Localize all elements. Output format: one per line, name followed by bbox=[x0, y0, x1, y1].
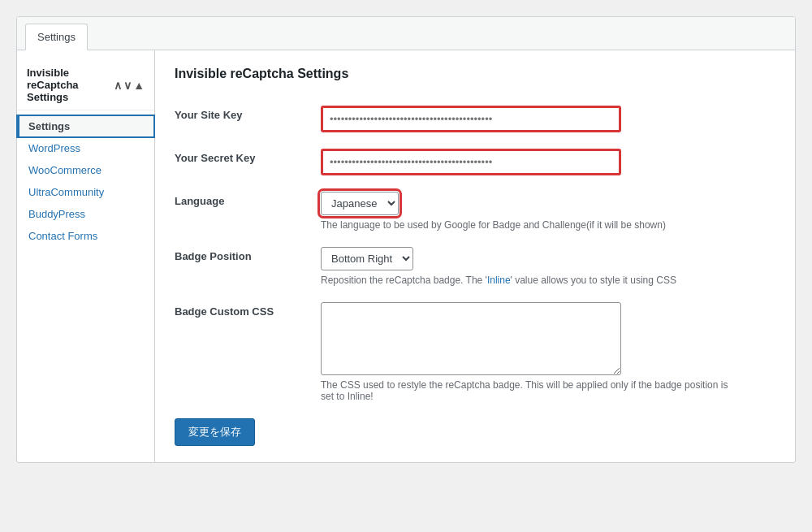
language-description: The language to be used by Google for Ba… bbox=[321, 219, 775, 231]
badge-position-select[interactable]: Bottom Right Bottom Left Inline bbox=[321, 247, 413, 270]
sidebar-item-settings[interactable]: Settings bbox=[17, 115, 154, 137]
site-key-input[interactable] bbox=[321, 106, 621, 132]
cell-secret-key bbox=[321, 141, 775, 184]
label-badge-position: Badge Position bbox=[175, 239, 321, 294]
sidebar-link-wordpress[interactable]: WordPress bbox=[17, 137, 154, 159]
sidebar-title: Invisible reCaptcha Settings bbox=[27, 67, 114, 103]
content-area: Invisible reCaptcha Settings ∧ ∨ ▲ Setti… bbox=[17, 50, 795, 462]
panel-title: Invisible reCaptcha Settings bbox=[175, 67, 775, 81]
main-container: Settings Invisible reCaptcha Settings ∧ … bbox=[16, 16, 796, 463]
sidebar-nav: Settings WordPress WooCommerce UltraComm… bbox=[17, 115, 154, 247]
row-badge-css: Badge Custom CSS The CSS used to restyle… bbox=[175, 294, 775, 410]
sidebar: Invisible reCaptcha Settings ∧ ∨ ▲ Setti… bbox=[17, 50, 155, 462]
sidebar-item-buddypress[interactable]: BuddyPress bbox=[17, 203, 154, 225]
sidebar-link-settings[interactable]: Settings bbox=[17, 115, 154, 137]
row-badge-position: Badge Position Bottom Right Bottom Left … bbox=[175, 239, 775, 294]
sidebar-item-ultracommunity[interactable]: UltraCommunity bbox=[17, 181, 154, 203]
sidebar-item-woocommerce[interactable]: WooCommerce bbox=[17, 159, 154, 181]
label-secret-key: Your Secret Key bbox=[175, 141, 321, 184]
main-panel: Invisible reCaptcha Settings Your Site K… bbox=[155, 50, 795, 462]
badge-css-description: The CSS used to restyle the reCaptcha ba… bbox=[321, 379, 775, 402]
tab-bar: Settings bbox=[17, 17, 795, 50]
sidebar-link-contact-forms[interactable]: Contact Forms bbox=[17, 225, 154, 247]
cell-badge-position: Bottom Right Bottom Left Inline Repositi… bbox=[321, 239, 775, 294]
badge-css-textarea[interactable] bbox=[321, 302, 621, 375]
form-table: Your Site Key Your Secret Key Language bbox=[175, 97, 775, 410]
collapse-icon[interactable]: ▲ bbox=[133, 79, 145, 92]
cell-site-key bbox=[321, 97, 775, 141]
collapse-up-icon[interactable]: ∧ bbox=[114, 79, 122, 92]
label-badge-css: Badge Custom CSS bbox=[175, 294, 321, 410]
language-select[interactable]: Automatic Japanese English French German… bbox=[321, 192, 399, 215]
badge-position-description: Reposition the reCaptcha badge. The 'Inl… bbox=[321, 275, 767, 286]
sidebar-controls: ∧ ∨ ▲ bbox=[114, 79, 145, 92]
cell-language: Automatic Japanese English French German… bbox=[321, 184, 775, 239]
label-language: Language bbox=[175, 184, 321, 239]
secret-key-input[interactable] bbox=[321, 149, 621, 175]
label-site-key: Your Site Key bbox=[175, 97, 321, 141]
row-secret-key: Your Secret Key bbox=[175, 141, 775, 184]
sidebar-item-contact-forms[interactable]: Contact Forms bbox=[17, 225, 154, 247]
save-button[interactable]: 変更を保存 bbox=[175, 418, 255, 446]
tab-settings[interactable]: Settings bbox=[25, 24, 88, 50]
sidebar-header: Invisible reCaptcha Settings ∧ ∨ ▲ bbox=[17, 60, 154, 110]
sidebar-link-buddypress[interactable]: BuddyPress bbox=[17, 203, 154, 225]
collapse-down-icon[interactable]: ∨ bbox=[123, 79, 132, 92]
sidebar-item-wordpress[interactable]: WordPress bbox=[17, 137, 154, 159]
row-site-key: Your Site Key bbox=[175, 97, 775, 141]
sidebar-link-ultracommunity[interactable]: UltraCommunity bbox=[17, 181, 154, 203]
row-language: Language Automatic Japanese English Fren… bbox=[175, 184, 775, 239]
sidebar-link-woocommerce[interactable]: WooCommerce bbox=[17, 159, 154, 181]
cell-badge-css: The CSS used to restyle the reCaptcha ba… bbox=[321, 294, 775, 410]
